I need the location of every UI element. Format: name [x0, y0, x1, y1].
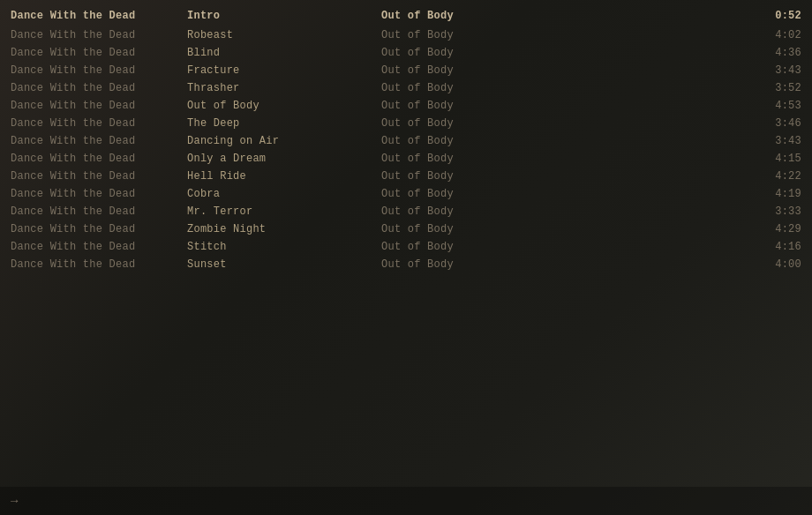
track-title: Sunset: [187, 258, 381, 271]
track-album: Out of Body: [381, 29, 748, 41]
track-duration: 4:16: [748, 241, 801, 253]
arrow-icon: →: [11, 494, 18, 508]
track-title: Mr. Terror: [187, 205, 381, 218]
track-artist: Dance With the Dead: [11, 47, 187, 59]
track-list: Dance With the Dead Intro Out of Body 0:…: [0, 0, 812, 280]
track-title: Blind: [187, 47, 381, 59]
track-album: Out of Body: [381, 117, 748, 130]
track-album: Out of Body: [381, 47, 748, 59]
track-album: Out of Body: [381, 100, 748, 112]
track-duration: 4:29: [748, 223, 801, 235]
track-artist: Dance With the Dead: [11, 258, 187, 271]
track-album: Out of Body: [381, 188, 748, 200]
table-row[interactable]: Dance With the DeadFractureOut of Body3:…: [0, 62, 812, 79]
track-duration: 3:43: [748, 64, 801, 77]
table-row[interactable]: Dance With the DeadStitchOut of Body4:16: [0, 238, 812, 256]
track-album: Out of Body: [381, 170, 748, 183]
table-row[interactable]: Dance With the DeadZombie NightOut of Bo…: [0, 220, 812, 238]
table-header: Dance With the Dead Intro Out of Body 0:…: [0, 7, 812, 25]
track-duration: 3:43: [748, 135, 801, 147]
track-duration: 3:33: [748, 205, 801, 218]
track-duration: 4:36: [748, 47, 801, 59]
header-artist: Dance With the Dead: [11, 10, 187, 22]
track-artist: Dance With the Dead: [11, 29, 187, 41]
bottom-bar: →: [0, 487, 812, 515]
track-title: Out of Body: [187, 100, 381, 112]
table-row[interactable]: Dance With the DeadCobraOut of Body4:19: [0, 185, 812, 203]
track-title: Hell Ride: [187, 170, 381, 183]
track-title: Cobra: [187, 188, 381, 200]
header-title: Intro: [187, 10, 381, 22]
track-album: Out of Body: [381, 64, 748, 77]
table-row[interactable]: Dance With the DeadOnly a DreamOut of Bo…: [0, 150, 812, 168]
track-duration: 4:22: [748, 170, 801, 183]
header-album: Out of Body: [381, 10, 748, 22]
table-row[interactable]: Dance With the DeadMr. TerrorOut of Body…: [0, 203, 812, 220]
track-artist: Dance With the Dead: [11, 153, 187, 165]
track-duration: 4:02: [748, 29, 801, 41]
table-row[interactable]: Dance With the DeadHell RideOut of Body4…: [0, 168, 812, 185]
track-artist: Dance With the Dead: [11, 82, 187, 94]
track-duration: 4:53: [748, 100, 801, 112]
table-row[interactable]: Dance With the DeadDancing on AirOut of …: [0, 132, 812, 150]
track-title: Zombie Night: [187, 223, 381, 235]
track-album: Out of Body: [381, 258, 748, 271]
track-artist: Dance With the Dead: [11, 241, 187, 253]
track-title: Stitch: [187, 241, 381, 253]
track-duration: 4:00: [748, 258, 801, 271]
track-album: Out of Body: [381, 153, 748, 165]
table-row[interactable]: Dance With the DeadOut of BodyOut of Bod…: [0, 97, 812, 115]
track-title: Dancing on Air: [187, 135, 381, 147]
table-row[interactable]: Dance With the DeadSunsetOut of Body4:00: [0, 256, 812, 273]
track-title: Robeast: [187, 29, 381, 41]
track-duration: 4:15: [748, 153, 801, 165]
track-album: Out of Body: [381, 205, 748, 218]
track-duration: 3:46: [748, 117, 801, 130]
track-artist: Dance With the Dead: [11, 205, 187, 218]
track-title: Fracture: [187, 64, 381, 77]
track-duration: 4:19: [748, 188, 801, 200]
table-row[interactable]: Dance With the DeadRobeastOut of Body4:0…: [0, 26, 812, 44]
track-artist: Dance With the Dead: [11, 64, 187, 77]
track-artist: Dance With the Dead: [11, 117, 187, 130]
track-artist: Dance With the Dead: [11, 170, 187, 183]
track-album: Out of Body: [381, 223, 748, 235]
table-row[interactable]: Dance With the DeadThe DeepOut of Body3:…: [0, 115, 812, 132]
track-album: Out of Body: [381, 82, 748, 94]
table-row[interactable]: Dance With the DeadThrasherOut of Body3:…: [0, 79, 812, 97]
table-row[interactable]: Dance With the DeadBlindOut of Body4:36: [0, 44, 812, 62]
header-duration: 0:52: [748, 10, 801, 22]
track-title: Only a Dream: [187, 153, 381, 165]
track-album: Out of Body: [381, 135, 748, 147]
track-album: Out of Body: [381, 241, 748, 253]
track-artist: Dance With the Dead: [11, 100, 187, 112]
track-title: Thrasher: [187, 82, 381, 94]
track-artist: Dance With the Dead: [11, 135, 187, 147]
track-title: The Deep: [187, 117, 381, 130]
track-duration: 3:52: [748, 82, 801, 94]
track-artist: Dance With the Dead: [11, 188, 187, 200]
track-artist: Dance With the Dead: [11, 223, 187, 235]
